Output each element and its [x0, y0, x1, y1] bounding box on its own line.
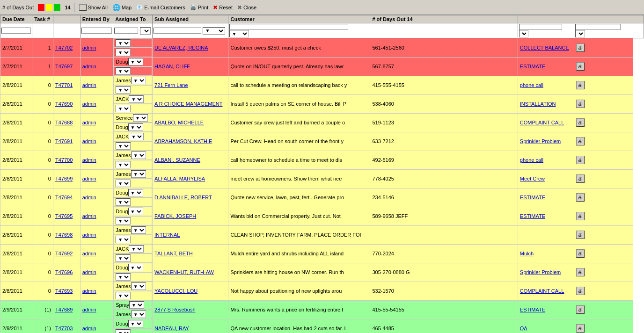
entered-by-link[interactable]: admin — [82, 120, 96, 125]
customer-link[interactable]: YACOLUCCI, LOU — [154, 288, 198, 294]
customer-link[interactable]: TALLANT, BETH — [154, 251, 193, 256]
task-type-link[interactable]: COMPLAINT CALL — [520, 120, 564, 125]
customer-link[interactable]: ABRAHAMSON, KATHIE — [154, 138, 212, 144]
cell-task-id[interactable]: T47697 — [53, 57, 80, 76]
assigned-select[interactable]: ▼ — [128, 58, 143, 65]
entered-by-link[interactable]: admin — [82, 101, 96, 107]
assigned-select[interactable]: ▼ — [131, 170, 146, 178]
sub-assigned-select[interactable]: ▼ — [128, 123, 143, 131]
action-button[interactable]: 🖨 — [576, 212, 585, 220]
cell-customer[interactable]: TALLANT, BETH — [153, 244, 228, 263]
customer-link[interactable]: A R CHOICE MANAGEMENT — [154, 101, 222, 107]
filter-type-select[interactable]: ▼ — [575, 30, 585, 37]
sub-assigned-select[interactable]: ▼ — [116, 86, 131, 94]
filter-type[interactable]: ▼ — [574, 23, 633, 38]
filter-phone-input[interactable] — [519, 24, 562, 30]
cell-task-id[interactable]: T47701 — [53, 76, 80, 94]
assigned-select[interactable]: ▼ — [129, 245, 144, 253]
cell-action[interactable]: 🖨 — [574, 244, 633, 263]
cell-assigned-to[interactable]: James▼ — [113, 282, 152, 291]
entered-by-link[interactable]: admin — [82, 251, 96, 256]
cell-assigned-to[interactable]: James▼ — [113, 151, 152, 160]
cell-action[interactable]: 🖨 — [574, 300, 633, 319]
cell-sub-assigned[interactable]: James▼ — [113, 310, 152, 319]
cell-action[interactable]: 🖨 — [574, 169, 633, 188]
cell-customer[interactable]: 2877 S Rosebush — [153, 300, 228, 319]
sub-assigned-select[interactable]: ▼ — [116, 329, 131, 333]
task-id-link[interactable]: T47690 — [55, 101, 73, 107]
filter-entered-input[interactable] — [81, 28, 112, 34]
cell-sub-assigned[interactable]: ▼ — [113, 216, 152, 225]
customer-link[interactable]: 2877 S Rosebush — [154, 307, 195, 312]
action-button[interactable]: 🖨 — [576, 193, 585, 202]
cell-sub-assigned[interactable]: ▼ — [113, 197, 152, 207]
cell-task-id[interactable]: T47696 — [53, 263, 80, 282]
filter-due-date[interactable] — [0, 23, 32, 38]
cell-sub-assigned[interactable]: ▼ — [113, 104, 152, 113]
cell-action[interactable]: 🖨 — [574, 151, 633, 169]
task-type-link[interactable]: COMPLAINT CALL — [520, 288, 564, 294]
filter-customer-input[interactable] — [229, 24, 348, 30]
task-id-link[interactable]: T47691 — [55, 138, 73, 144]
cell-assigned-to[interactable]: JACK▼ — [113, 244, 152, 253]
sub-assigned-select[interactable]: ▼ — [116, 67, 131, 75]
cell-action[interactable]: 🖨 — [574, 263, 633, 282]
cell-task-id[interactable]: T47693 — [53, 282, 80, 300]
cell-customer[interactable]: 721 Fern Lane — [153, 76, 228, 94]
filter-due-date-input[interactable] — [1, 28, 31, 34]
cell-task-type[interactable]: COMPLAINT CALL — [518, 113, 574, 132]
task-type-link[interactable]: Mulch — [520, 251, 534, 256]
cell-assigned-to[interactable]: JACK▼ — [113, 132, 152, 141]
action-button[interactable]: 🖨 — [576, 249, 585, 258]
customer-link[interactable]: INTERNAL — [154, 232, 180, 238]
cell-task-type[interactable]: COMPLAINT CALL — [518, 282, 574, 300]
cell-sub-assigned[interactable]: ▼ — [113, 141, 152, 151]
customer-link[interactable]: D ANNIBALLE, ROBERT — [154, 195, 212, 200]
assigned-select[interactable]: ▼ — [116, 39, 131, 47]
cell-task-id[interactable]: T47702 — [53, 38, 80, 58]
cell-action[interactable]: 🖨 — [574, 132, 633, 151]
entered-by-link[interactable]: admin — [82, 157, 96, 163]
cell-task-type[interactable]: phone call — [518, 76, 574, 94]
assigned-select[interactable]: ▼ — [128, 208, 143, 215]
sub-assigned-select[interactable]: ▼ — [116, 142, 131, 150]
customer-link[interactable]: FABICK, JOSEPH — [154, 213, 196, 219]
entered-by-link[interactable]: admin — [82, 288, 96, 294]
action-button[interactable]: 🖨 — [576, 268, 585, 276]
task-id-link[interactable]: T47693 — [55, 288, 73, 294]
task-type-link[interactable]: ESTIMATE — [520, 64, 545, 69]
cell-task-type[interactable]: ESTIMATE — [518, 188, 574, 207]
task-id-link[interactable]: T47699 — [55, 176, 73, 181]
action-button[interactable]: 🖨 — [576, 62, 585, 71]
cell-task-id[interactable]: T47690 — [53, 94, 80, 113]
cell-task-type[interactable]: ESTIMATE — [518, 300, 574, 319]
cell-action[interactable]: 🖨 — [574, 94, 633, 113]
task-id-link[interactable]: T47700 — [55, 157, 73, 163]
action-button[interactable]: 🖨 — [576, 174, 585, 183]
cell-task-id[interactable]: T47688 — [53, 113, 80, 132]
sub-assigned-select[interactable]: ▼ — [116, 180, 131, 187]
cell-assigned-to[interactable]: ▼ — [113, 38, 152, 48]
cell-task-type[interactable]: ESTIMATE — [518, 207, 574, 225]
cell-customer[interactable]: DE ALVAREZ, REGINA — [153, 38, 228, 58]
task-id-link[interactable]: T47689 — [55, 307, 73, 312]
filter-entered[interactable] — [80, 23, 113, 38]
cell-customer[interactable]: A R CHOICE MANAGEMENT — [153, 94, 228, 113]
task-type-link[interactable]: ESTIMATE — [520, 307, 545, 312]
cell-assigned-to[interactable]: Spray▼ — [113, 300, 152, 310]
cell-customer[interactable]: FABICK, JOSEPH — [153, 207, 228, 225]
assigned-select[interactable]: ▼ — [131, 152, 146, 159]
cell-task-id[interactable]: T47692 — [53, 244, 80, 263]
assigned-select[interactable]: ▼ — [131, 282, 146, 290]
entered-by-link[interactable]: admin — [82, 195, 96, 200]
entered-by-link[interactable]: admin — [82, 307, 96, 312]
filter-type-input[interactable] — [575, 24, 621, 30]
cell-customer[interactable]: HAGAN, CLIFF — [153, 57, 228, 76]
cell-assigned-to[interactable]: Service▼ — [113, 113, 152, 123]
customer-link[interactable]: ABALBO, MICHELLE — [154, 120, 204, 125]
customer-link[interactable]: 721 Fern Lane — [154, 82, 188, 88]
cell-customer[interactable]: D ANNIBALLE, ROBERT — [153, 188, 228, 207]
task-id-link[interactable]: T47692 — [55, 251, 73, 256]
action-button[interactable]: 🖨 — [576, 231, 585, 239]
assigned-select[interactable]: ▼ — [128, 189, 143, 196]
